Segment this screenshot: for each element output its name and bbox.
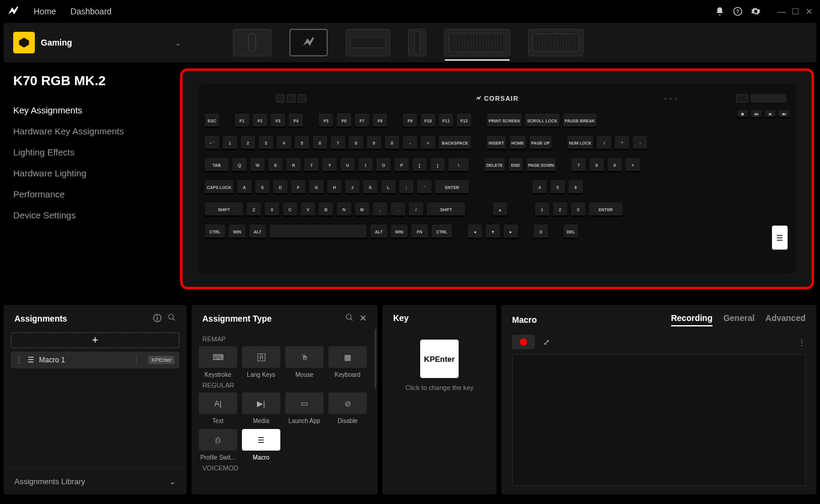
tile-lang-keys[interactable]: 🄰Lang Keys	[242, 346, 280, 378]
kb-key[interactable]: Q	[232, 157, 247, 173]
kb-key[interactable]: 0	[384, 135, 400, 151]
kb-key[interactable]: 1	[222, 135, 238, 151]
kb-key[interactable]: W	[250, 157, 265, 173]
kb-key[interactable]: F12	[456, 113, 472, 128]
kb-key[interactable]: TAB	[204, 157, 229, 173]
kb-key[interactable]: F11	[438, 113, 454, 128]
kb-key[interactable]: 9	[607, 157, 623, 173]
kb-key[interactable]: X	[264, 202, 280, 217]
record-button[interactable]	[512, 335, 535, 349]
assignment-item[interactable]: ⋮ ☰ Macro 1 ⋮ KPEnter	[11, 352, 179, 368]
menu-key-assignments[interactable]: Key Assignments	[13, 100, 167, 121]
kb-key[interactable]: ;	[399, 179, 414, 195]
kb-key[interactable]: ]	[430, 157, 445, 173]
kb-key[interactable]: SHIFT	[426, 202, 466, 217]
kb-key[interactable]: HOME	[509, 135, 526, 151]
tab-general[interactable]: General	[723, 313, 755, 326]
kb-key[interactable]: 4	[532, 179, 547, 195]
more-options-icon[interactable]: ⋮	[798, 338, 806, 347]
kb-key[interactable]: PAGE DOWN	[526, 157, 556, 173]
kb-key[interactable]: 2	[240, 135, 256, 151]
tile-media[interactable]: ▶|Media	[242, 392, 280, 424]
macro-recording-area[interactable]	[512, 354, 806, 486]
keyboard-visual[interactable]: CORSAIR ⏹⏮⏯⏭ ESCF1F2F3F4F5F6F7F8F9F10F11…	[198, 84, 796, 274]
tile-keyboard[interactable]: ▦Keyboard	[328, 346, 367, 378]
kb-key[interactable]: F10	[420, 113, 436, 128]
menu-hardware-key-assignments[interactable]: Hardware Key Assignments	[13, 121, 167, 142]
kb-key[interactable]: /	[408, 202, 424, 217]
assignment-options-icon[interactable]: ⋮	[133, 356, 140, 364]
kb-key[interactable]: ENTER	[435, 179, 469, 195]
tile-profile-switch[interactable]: ⎙Profile Swit...	[199, 429, 237, 461]
gear-icon[interactable]	[751, 7, 761, 16]
device-mouse[interactable]	[233, 29, 271, 56]
kb-key[interactable]: FN	[411, 224, 429, 239]
kb-key[interactable]: +	[625, 157, 641, 173]
kb-key[interactable]: T	[304, 157, 319, 173]
kb-key[interactable]: PRINT SCREEN	[486, 113, 522, 128]
kb-key[interactable]: =	[420, 135, 436, 151]
kb-key[interactable]: WIN	[390, 224, 408, 239]
tab-recording[interactable]: Recording	[671, 313, 713, 326]
kb-key[interactable]: CAPS LOCK	[204, 179, 234, 195]
nav-dashboard[interactable]: Dashboard	[70, 7, 112, 16]
device-icue[interactable]	[289, 29, 328, 56]
tile-text[interactable]: A|Text	[199, 392, 237, 424]
kb-key[interactable]: B	[318, 202, 334, 217]
kb-key[interactable]: ►	[503, 224, 519, 239]
assignments-library-link[interactable]: Assignments Library ⌄	[4, 468, 187, 494]
kb-key[interactable]: 3	[570, 202, 586, 217]
kb-key[interactable]: DELETE	[484, 157, 505, 173]
kb-key[interactable]: ,	[372, 202, 388, 217]
kb-key[interactable]: BACKSPACE	[438, 135, 472, 151]
kb-media-key[interactable]: ⏯	[764, 109, 776, 119]
kb-key[interactable]: G	[309, 179, 324, 195]
kb-key[interactable]: CTRL	[204, 224, 226, 239]
kb-key[interactable]: CTRL	[431, 224, 453, 239]
menu-device-settings[interactable]: Device Settings	[13, 205, 167, 226]
kb-key[interactable]: E	[268, 157, 283, 173]
kb-key[interactable]: O	[376, 157, 391, 173]
kb-key[interactable]: ▲	[492, 202, 508, 217]
kb-key[interactable]: S	[255, 179, 270, 195]
kb-key[interactable]: END	[508, 157, 523, 173]
kb-key[interactable]: F4	[288, 113, 304, 128]
menu-lighting-effects[interactable]: Lighting Effects	[13, 142, 167, 163]
device-headset-stand[interactable]	[408, 29, 426, 56]
kb-key[interactable]: 5	[550, 179, 565, 195]
kb-key[interactable]: /	[596, 135, 612, 151]
kb-key[interactable]: 9	[366, 135, 382, 151]
kb-media-key[interactable]: ⏭	[778, 109, 790, 119]
kb-key[interactable]: -	[402, 135, 418, 151]
kb-key[interactable]: 3	[258, 135, 274, 151]
kb-key[interactable]: ◄	[467, 224, 483, 239]
kb-key[interactable]: F5	[318, 113, 334, 128]
kb-key[interactable]: 6	[568, 179, 583, 195]
kb-key[interactable]: L	[381, 179, 396, 195]
kb-key[interactable]: ALT	[249, 224, 267, 239]
kb-list-toggle[interactable]: ☰	[772, 226, 788, 250]
menu-hardware-lighting[interactable]: Hardware Lighting	[13, 163, 167, 184]
kb-key[interactable]: -	[632, 135, 648, 151]
kb-key[interactable]: 8	[589, 157, 604, 173]
kb-key[interactable]: 6	[312, 135, 328, 151]
kb-key[interactable]: 4	[276, 135, 292, 151]
kb-key[interactable]: Z	[246, 202, 262, 217]
window-maximize-icon[interactable]: ☐	[792, 7, 800, 16]
kb-key[interactable]: 5	[294, 135, 310, 151]
kb-key[interactable]: I	[358, 157, 373, 173]
kb-key[interactable]: 1	[534, 202, 550, 217]
kb-key[interactable]: A	[237, 179, 252, 195]
tile-launch-app[interactable]: ▭Launch App	[285, 392, 324, 424]
kb-key[interactable]: [	[412, 157, 427, 173]
selected-key[interactable]: KPEnter	[420, 340, 459, 378]
help-icon[interactable]: ?	[733, 7, 743, 16]
kb-key[interactable]: INSERT	[486, 135, 507, 151]
tile-macro[interactable]: ☰Macro	[242, 429, 280, 461]
tile-keystroke[interactable]: ⌨Keystroke	[199, 346, 237, 378]
kb-key[interactable]: R	[286, 157, 301, 173]
kb-key[interactable]: 7	[330, 135, 346, 151]
kb-key[interactable]: ESC	[204, 113, 220, 128]
kb-key[interactable]: Y	[322, 157, 337, 173]
kb-media-key[interactable]: ⏹	[737, 109, 749, 119]
